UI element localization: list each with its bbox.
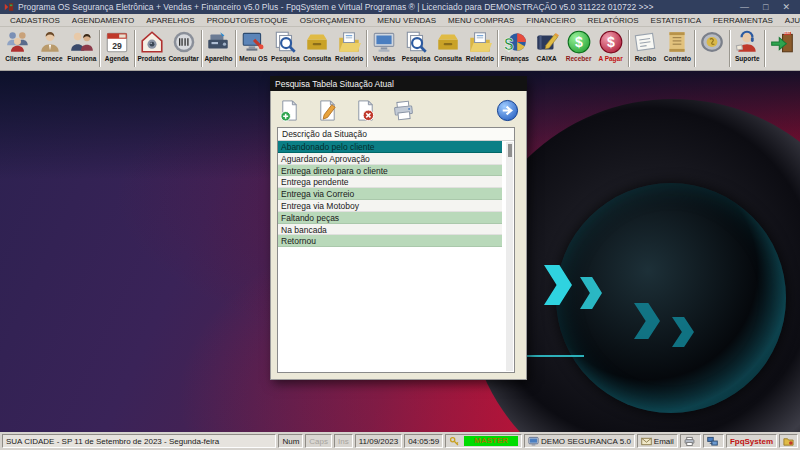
report-icon bbox=[467, 29, 493, 55]
situation-list: Descrição da Situação Abandonado pelo cl… bbox=[277, 127, 515, 373]
toolbar-button-consulta-os[interactable]: Consulta bbox=[301, 28, 333, 69]
search-docs-icon bbox=[403, 29, 429, 55]
dialog-toolbar bbox=[277, 97, 520, 125]
minimize-button[interactable]: — bbox=[740, 0, 749, 14]
toolbar-button-caixa[interactable]: CAIXA bbox=[531, 28, 563, 69]
drawer-icon bbox=[435, 29, 461, 55]
list-item[interactable]: Entrega direto para o cliente bbox=[278, 165, 502, 177]
toolbar-button-aparelho[interactable]: Aparelho bbox=[203, 28, 235, 69]
toolbar-button-moeda[interactable] bbox=[696, 28, 728, 69]
list-item[interactable]: Faltando peças bbox=[278, 212, 502, 224]
app-window: Programa OS Segurança Eletrônica + Venda… bbox=[0, 0, 800, 450]
toolbar-button-clientes[interactable]: Clientes bbox=[2, 28, 34, 69]
menu-cadastros[interactable]: CADASTROS bbox=[4, 16, 66, 25]
folder-badge-icon bbox=[783, 436, 794, 447]
svg-text:$: $ bbox=[504, 35, 513, 53]
toolbar-button-fornecedor[interactable]: Fornece bbox=[34, 28, 66, 69]
status-system: DEMO SEGURANCA 5.0 bbox=[524, 434, 635, 448]
toolbar-separator bbox=[201, 30, 202, 67]
maximize-button[interactable]: □ bbox=[763, 0, 768, 14]
list-item[interactable]: Entrega pendente bbox=[278, 176, 502, 188]
edit-document-icon bbox=[316, 99, 339, 122]
toolbar-separator bbox=[235, 30, 236, 67]
status-time: 04:05:59 bbox=[404, 434, 443, 448]
delete-record-button[interactable] bbox=[353, 97, 378, 123]
toolbar-button-menu-os[interactable]: Menu OS bbox=[237, 28, 269, 69]
svg-text:29: 29 bbox=[112, 41, 122, 51]
toolbar-button-sair[interactable]: EXIT bbox=[766, 28, 798, 69]
toolbar-button-relatorio-vendas[interactable]: Relatório bbox=[464, 28, 496, 69]
barcode-icon bbox=[171, 29, 197, 55]
toolbar-button-recibo[interactable]: Recibo bbox=[630, 28, 662, 69]
toolbar-button-a-pagar[interactable]: $ A Pagar bbox=[595, 28, 627, 69]
menu-financeiro[interactable]: FINANCEIRO bbox=[520, 16, 581, 25]
list-item[interactable]: Aguardando Aprovação bbox=[278, 153, 502, 165]
status-caps-lock: Caps bbox=[305, 434, 332, 448]
menu-estatistica[interactable]: ESTATISTICA bbox=[645, 16, 707, 25]
toolbar-separator bbox=[729, 30, 730, 67]
employees-icon bbox=[69, 29, 95, 55]
list-item[interactable]: Entrega via Motoboy bbox=[278, 200, 502, 212]
toolbar-button-funcionario[interactable]: Funciona bbox=[66, 28, 98, 69]
status-printer[interactable] bbox=[680, 434, 701, 448]
add-record-button[interactable] bbox=[277, 97, 302, 123]
key-icon bbox=[449, 436, 460, 447]
calendar-icon: 29 bbox=[104, 29, 130, 55]
menu-aparelhos[interactable]: APARELHOS bbox=[140, 16, 200, 25]
finance-pie-icon: $ bbox=[502, 29, 528, 55]
toolbar-separator bbox=[628, 30, 629, 67]
report-icon bbox=[336, 29, 362, 55]
toolbar-button-vendas[interactable]: Vendas bbox=[368, 28, 400, 69]
list-item[interactable]: Entrega via Correio bbox=[278, 188, 502, 200]
clients-icon bbox=[5, 29, 31, 55]
toolbar-button-pesquisa-vendas[interactable]: Pesquisa bbox=[400, 28, 432, 69]
supplier-icon bbox=[37, 29, 63, 55]
payable-dollar-icon: $ bbox=[598, 29, 624, 55]
master-user-badge: MASTER bbox=[464, 436, 518, 446]
toolbar-separator bbox=[497, 30, 498, 67]
printer-icon bbox=[684, 436, 695, 447]
list-item[interactable]: Na bancada bbox=[278, 224, 502, 236]
toolbar-separator bbox=[764, 30, 765, 67]
forward-button[interactable] bbox=[495, 97, 520, 123]
list-header: Descrição da Situação bbox=[278, 128, 514, 141]
edit-record-button[interactable] bbox=[315, 97, 340, 123]
print-button[interactable] bbox=[391, 97, 416, 123]
envelope-icon bbox=[641, 436, 652, 447]
blue-arrow-icon bbox=[496, 99, 519, 122]
toolbar-button-agenda[interactable]: 29 Agenda bbox=[101, 28, 133, 69]
toolbar-button-financas[interactable]: $ Finanças bbox=[499, 28, 531, 69]
toolbar-button-relatorio-os[interactable]: Relatório bbox=[333, 28, 365, 69]
toolbar-button-suporte[interactable]: Suporte bbox=[731, 28, 763, 69]
list-item[interactable]: Retornou bbox=[278, 235, 502, 247]
menu-vendas[interactable]: MENU VENDAS bbox=[371, 16, 442, 25]
toolbar-button-consultar[interactable]: Consultar bbox=[168, 28, 200, 69]
menu-relatorios[interactable]: RELATÓRIOS bbox=[582, 16, 645, 25]
list-item[interactable]: Abandonado pelo cliente bbox=[278, 141, 502, 153]
search-docs-icon bbox=[272, 29, 298, 55]
menu-produto-estoque[interactable]: PRODUTO/ESTOQUE bbox=[201, 16, 294, 25]
scrollbar-thumb[interactable] bbox=[508, 144, 512, 157]
menu-agendamento[interactable]: AGENDAMENTO bbox=[66, 16, 141, 25]
status-email[interactable]: Email bbox=[637, 434, 678, 448]
toolbar-separator bbox=[366, 30, 367, 67]
contract-scroll-icon bbox=[664, 29, 690, 55]
delete-document-icon bbox=[354, 99, 377, 122]
menu-compras[interactable]: MENU COMPRAS bbox=[442, 16, 520, 25]
cashbook-pencil-icon bbox=[534, 29, 560, 55]
toolbar-button-contrato[interactable]: Contrato bbox=[661, 28, 693, 69]
toolbar-button-receber[interactable]: $ Receber bbox=[563, 28, 595, 69]
monitor-icon bbox=[371, 29, 397, 55]
toolbar-button-consulta-vendas[interactable]: Consulta bbox=[432, 28, 464, 69]
status-network[interactable] bbox=[703, 434, 724, 448]
list-scrollbar[interactable] bbox=[506, 142, 513, 371]
status-insert: Ins bbox=[334, 434, 353, 448]
toolbar-button-pesquisa-os[interactable]: Pesquisa bbox=[269, 28, 301, 69]
toolbar-button-produtos[interactable]: Produtos bbox=[136, 28, 168, 69]
close-button[interactable]: ✕ bbox=[782, 0, 790, 14]
status-user: MASTER bbox=[445, 434, 522, 448]
menu-ajuda[interactable]: AJUDA bbox=[779, 16, 800, 25]
menu-ferramentas[interactable]: FERRAMENTAS bbox=[707, 16, 779, 25]
menu-os-orcamento[interactable]: OS/ORÇAMENTO bbox=[294, 16, 372, 25]
dialog-titlebar[interactable]: Pesquisa Tabela Situação Atual bbox=[270, 76, 527, 91]
